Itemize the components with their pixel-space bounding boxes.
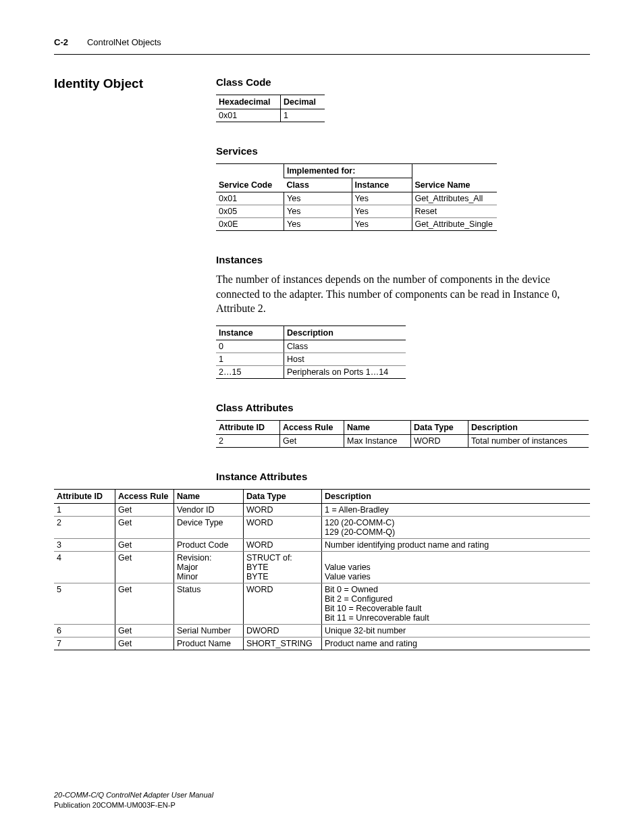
td: 7 xyxy=(54,637,115,650)
td: Status xyxy=(174,583,244,624)
footer-title: 20-COMM-C/Q ControlNet Adapter User Manu… xyxy=(54,790,213,800)
th: Class xyxy=(284,178,352,192)
td: Class xyxy=(284,340,406,353)
td: WORD xyxy=(244,583,322,624)
td: Yes xyxy=(284,205,352,218)
table-classattr: Attribute ID Access Rule Name Data Type … xyxy=(216,420,589,448)
td: Revision: Major Minor xyxy=(174,551,244,583)
td: SHORT_STRING xyxy=(244,637,322,650)
td: Yes xyxy=(284,218,352,231)
td: Product Name xyxy=(174,637,244,650)
th: Data Type xyxy=(411,420,468,434)
table-instattr: Attribute ID Access Rule Name Data Type … xyxy=(54,489,590,650)
th: Description xyxy=(322,489,591,503)
th-group: Implemented for: xyxy=(284,164,412,178)
td: 1 xyxy=(216,353,284,365)
th: Name xyxy=(344,420,411,434)
th: Data Type xyxy=(244,489,322,503)
td: Get xyxy=(280,434,344,447)
td: Get xyxy=(115,624,174,637)
heading-instances: Instances xyxy=(216,254,590,265)
heading-services: Services xyxy=(216,145,590,157)
td: Value varies Value varies xyxy=(322,551,591,583)
th: Attribute ID xyxy=(216,420,280,434)
td: Get_Attribute_Single xyxy=(412,218,497,231)
td: Max Instance xyxy=(344,434,411,447)
td: Number identifying product name and rati… xyxy=(322,538,591,551)
td: 120 (20-COMM-C) 129 (20-COMM-Q) xyxy=(322,516,591,538)
td: 2…15 xyxy=(216,365,284,378)
th: Instance xyxy=(352,178,412,192)
td: WORD xyxy=(411,434,468,447)
th: Access Rule xyxy=(115,489,174,503)
td: Total number of instances xyxy=(468,434,589,447)
left-heading: Identity Object xyxy=(54,76,209,91)
td: 2 xyxy=(216,434,280,447)
td: DWORD xyxy=(244,624,322,637)
td: Get xyxy=(115,637,174,650)
heading-classcode: Class Code xyxy=(216,76,590,88)
td: STRUCT of: BYTE BYTE xyxy=(244,551,322,583)
th: Description xyxy=(284,325,406,340)
td: 0x01 xyxy=(216,109,281,122)
heading-classattr: Class Attributes xyxy=(216,402,590,413)
td: WORD xyxy=(244,503,322,516)
td: Device Type xyxy=(174,516,244,538)
td: Get xyxy=(115,551,174,583)
td: 5 xyxy=(54,583,115,624)
td: 1 xyxy=(54,503,115,516)
td: 0 xyxy=(216,340,284,353)
td: Yes xyxy=(352,205,412,218)
td: 0x01 xyxy=(216,192,284,205)
td: Get xyxy=(115,516,174,538)
heading-instattr: Instance Attributes xyxy=(216,471,590,482)
td: Get_Attributes_All xyxy=(412,192,497,205)
page-footer: 20-COMM-C/Q ControlNet Adapter User Manu… xyxy=(54,790,213,810)
th: Hexadecimal xyxy=(216,95,281,109)
td: Yes xyxy=(352,218,412,231)
chapter-title: ControlNet Objects xyxy=(87,37,161,47)
td: 3 xyxy=(54,538,115,551)
instances-body: The number of instances depends on the n… xyxy=(216,272,590,316)
td: 0x0E xyxy=(216,218,284,231)
th: Attribute ID xyxy=(54,489,115,503)
th: Access Rule xyxy=(280,420,344,434)
th: Service Code xyxy=(216,164,284,192)
table-classcode: Hexadecimal Decimal 0x01 1 xyxy=(216,95,325,122)
footer-pub: Publication 20COMM-UM003F-EN-P xyxy=(54,800,213,810)
page-number: C-2 xyxy=(54,37,68,47)
td: Peripherals on Ports 1…14 xyxy=(284,365,406,378)
page-header: C-2 ControlNet Objects xyxy=(54,37,590,55)
td: 1 = Allen-Bradley xyxy=(322,503,591,516)
td: Get xyxy=(115,583,174,624)
td: WORD xyxy=(244,516,322,538)
th: Description xyxy=(468,420,589,434)
table-services: Service Code Implemented for: Service Na… xyxy=(216,163,497,231)
td: 6 xyxy=(54,624,115,637)
th: Instance xyxy=(216,325,284,340)
th: Service Name xyxy=(412,164,497,192)
td: Get xyxy=(115,538,174,551)
th: Name xyxy=(174,489,244,503)
td: Serial Number xyxy=(174,624,244,637)
td: Yes xyxy=(284,192,352,205)
td: Yes xyxy=(352,192,412,205)
td: Product name and rating xyxy=(322,637,591,650)
td: 0x05 xyxy=(216,205,284,218)
td: Reset xyxy=(412,205,497,218)
table-instances: Instance Description 0Class 1Host 2…15Pe… xyxy=(216,325,406,379)
td: 2 xyxy=(54,516,115,538)
td: 1 xyxy=(281,109,325,122)
td: WORD xyxy=(244,538,322,551)
td: Vendor ID xyxy=(174,503,244,516)
td: Get xyxy=(115,503,174,516)
td: 4 xyxy=(54,551,115,583)
td: Bit 0 = Owned Bit 2 = Configured Bit 10 … xyxy=(322,583,591,624)
td: Unique 32-bit number xyxy=(322,624,591,637)
td: Product Code xyxy=(174,538,244,551)
td: Host xyxy=(284,353,406,365)
th: Decimal xyxy=(281,95,325,109)
